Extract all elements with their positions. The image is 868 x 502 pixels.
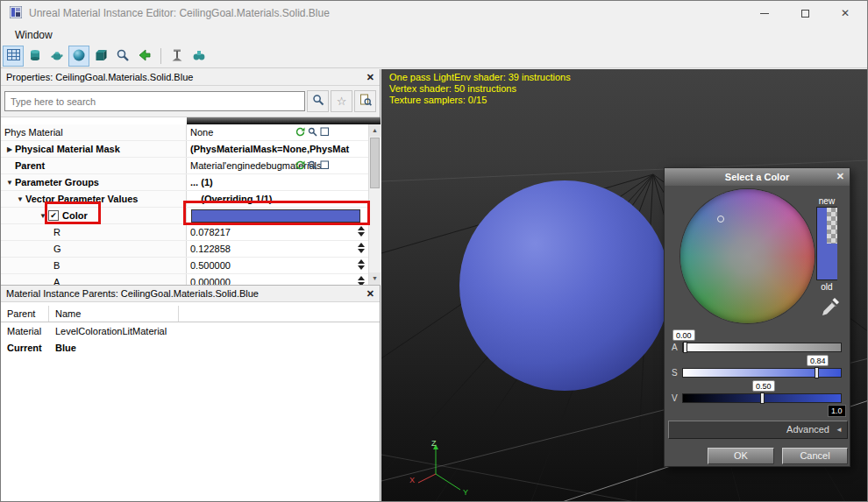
close-parents-icon[interactable]: ✕ [366, 288, 374, 300]
parents-table-row[interactable]: CurrentBlue [1, 339, 380, 356]
sphere-preview-button[interactable] [68, 46, 89, 67]
browse-icon[interactable] [308, 127, 317, 137]
property-row[interactable]: R0.078217 [1, 224, 368, 241]
window-titlebar[interactable]: Unreal Material Instance Editor: Ceiling… [1, 1, 867, 25]
expander-icon[interactable]: ▼ [4, 179, 15, 187]
browse-icon[interactable] [308, 160, 317, 170]
advanced-search-button[interactable] [354, 90, 376, 112]
favorites-filter-button[interactable]: ☆ [331, 90, 352, 112]
property-label: Parent [15, 160, 45, 171]
axis-y-label: Y [463, 488, 468, 497]
slider-handle[interactable] [760, 392, 765, 404]
property-value-cell[interactable]: 0.122858 [187, 241, 368, 257]
property-name-cell[interactable]: Parent [1, 158, 187, 173]
search-button[interactable] [307, 90, 329, 112]
property-value-cell[interactable] [187, 208, 368, 223]
window-title: Unreal Material Instance Editor: Ceiling… [29, 7, 330, 19]
slider-value-badge: 0.00 [672, 329, 695, 341]
property-scrollbar[interactable]: ▲ ▼ [368, 117, 381, 285]
preview-viewport[interactable]: One pass LightEnv shader: 39 instruction… [381, 69, 867, 501]
value-spinner[interactable] [358, 259, 365, 270]
eyedropper-icon[interactable] [819, 296, 842, 321]
color-wheel-cursor[interactable] [717, 216, 724, 223]
property-name-cell[interactable]: ▼Parameter Groups [1, 174, 187, 190]
property-value-cell[interactable]: None [187, 124, 368, 140]
preview-sphere[interactable] [459, 180, 670, 391]
new-old-swatch[interactable] [816, 207, 837, 280]
background-toggle-button[interactable] [3, 46, 24, 67]
property-row[interactable]: G0.122858 [1, 241, 368, 258]
property-row[interactable]: ▼Vector Parameter Values... (Overriding … [1, 191, 368, 208]
property-row[interactable]: ▶Physical Material Mask(PhysMaterialMask… [1, 141, 368, 158]
property-name-cell[interactable]: B [1, 258, 187, 273]
property-value-cell[interactable]: 0.078217 [187, 224, 368, 240]
minimize-button[interactable] [758, 7, 771, 19]
scroll-up-icon[interactable]: ▲ [369, 124, 381, 137]
clear-icon[interactable] [320, 160, 330, 170]
property-name-cell[interactable]: G [1, 241, 187, 257]
property-name-cell[interactable]: ▶Physical Material Mask [1, 141, 187, 157]
property-name-cell[interactable]: A [1, 274, 187, 286]
value-spinner[interactable] [358, 226, 365, 237]
dialog-title: Select a Color [725, 172, 789, 182]
color-swatch[interactable] [191, 209, 360, 223]
property-row[interactable]: A0.000000 [1, 274, 368, 286]
property-value-cell[interactable]: 0.500000 [187, 258, 368, 273]
expander-icon[interactable]: ▶ [4, 145, 15, 153]
toolbar [1, 45, 867, 68]
dialog-titlebar[interactable]: Select a Color ✕ [665, 168, 850, 186]
close-button[interactable]: ✕ [839, 7, 851, 19]
show-all-parameters-button[interactable] [189, 46, 210, 67]
value-spinner[interactable] [358, 276, 365, 286]
property-value-cell[interactable]: Material'enginedebugmaterials. [187, 158, 368, 173]
menu-window[interactable]: Window [11, 27, 56, 43]
cube-preview-button[interactable] [90, 46, 111, 67]
use-selected-icon[interactable] [295, 160, 305, 170]
property-name-cell[interactable]: ▼✔Color [1, 208, 187, 223]
cancel-button[interactable]: Cancel [782, 448, 848, 464]
property-value-cell[interactable]: ... (1) [187, 174, 368, 190]
column-header-name[interactable]: Name [49, 306, 179, 322]
teapot-preview-button[interactable] [46, 46, 68, 67]
property-row[interactable]: ParentMaterial'enginedebugmaterials. [1, 158, 368, 174]
slider-track[interactable] [682, 368, 842, 378]
search-input[interactable] [4, 91, 305, 111]
property-row[interactable]: ▼✔Color [1, 208, 368, 224]
slider-track[interactable] [682, 343, 842, 352]
stats-line-1: One pass LightEnv shader: 39 instruction… [389, 72, 571, 83]
expander-icon[interactable]: ▼ [38, 212, 48, 220]
property-value-cell[interactable]: 0.000000 [187, 274, 368, 286]
scroll-down-icon[interactable]: ▼ [369, 272, 381, 285]
realtime-preview-button[interactable] [112, 46, 133, 67]
property-name-cell[interactable]: Phys Material [1, 124, 187, 140]
stats-line-2: Vertex shader: 50 instructions [389, 83, 571, 95]
property-name-cell[interactable]: R [1, 224, 187, 240]
ok-button[interactable]: OK [708, 448, 774, 464]
value-spinner[interactable] [358, 243, 365, 253]
use-selected-mesh-button[interactable] [167, 46, 188, 67]
cylinder-preview-button[interactable] [25, 46, 46, 67]
property-value: 0.000000 [190, 277, 231, 286]
sync-generic-browser-button[interactable] [134, 46, 155, 67]
maximize-button[interactable] [799, 7, 811, 19]
column-header-parent[interactable]: Parent [1, 306, 49, 322]
dialog-close-icon[interactable]: ✕ [836, 171, 844, 182]
property-value-cell[interactable]: (PhysMaterialMask=None,PhysMat [187, 141, 368, 157]
use-selected-icon[interactable] [295, 127, 305, 137]
property-row[interactable]: B0.500000 [1, 258, 368, 274]
override-checkbox[interactable]: ✔ [48, 210, 59, 221]
property-row[interactable]: Phys MaterialNone [1, 124, 368, 141]
parents-table-row[interactable]: MaterialLevelColorationLitMaterial [1, 322, 380, 339]
clear-icon[interactable] [320, 127, 330, 137]
property-value-cell[interactable]: ... (Overriding 1/1) [187, 191, 368, 207]
close-properties-icon[interactable]: ✕ [366, 72, 374, 83]
slider-handle[interactable] [683, 342, 687, 353]
color-wheel[interactable] [680, 189, 815, 323]
slider-track[interactable] [682, 393, 842, 403]
advanced-button[interactable]: Advanced ◄ [668, 421, 848, 439]
property-name-cell[interactable]: ▼Vector Parameter Values [1, 191, 187, 207]
scrollbar-thumb[interactable] [370, 138, 380, 188]
slider-handle[interactable] [815, 367, 819, 378]
expander-icon[interactable]: ▼ [15, 195, 25, 203]
property-row[interactable]: ▼Parameter Groups... (1) [1, 174, 368, 191]
